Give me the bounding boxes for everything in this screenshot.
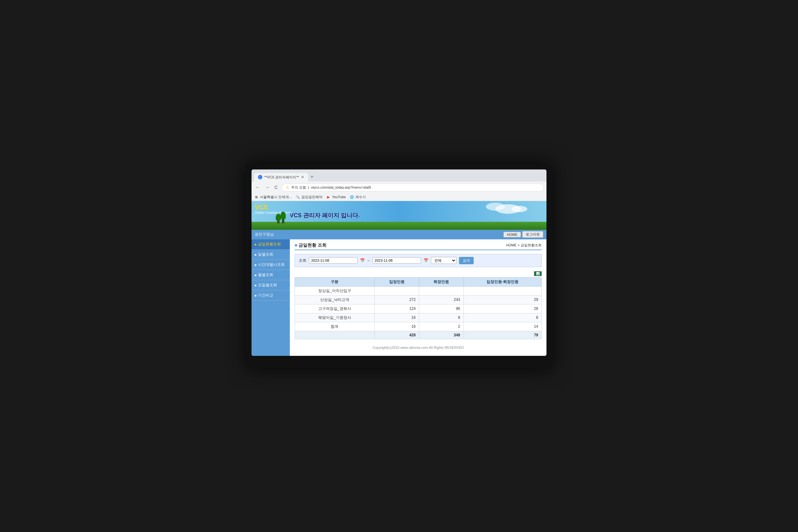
- breadcrumb: HOME > 금일현황조회: [506, 243, 542, 248]
- url-text: utyco.com/stat_today.asp?menu=stat9: [311, 185, 371, 189]
- browser-window: **VCS 관리자페이지** ✕ + ← → C ⚠ 주의 요함 | utyco…: [251, 169, 547, 356]
- exit-count: 243: [419, 295, 463, 304]
- main-content-area: 금일현황 조회 HOME > 금일현황조회 조회 📅 ~ 📅 전체: [290, 239, 547, 356]
- entry-count: [375, 286, 419, 295]
- table-row: 해맞이길_기원정사 16 8 8: [295, 313, 542, 322]
- diff-count: 14: [463, 322, 542, 331]
- bookmark-counter[interactable]: 🌐 계수기: [349, 195, 366, 200]
- cloud-decoration: [511, 206, 527, 212]
- excel-export-button[interactable]: 📊: [534, 271, 542, 276]
- site-content: VCS (Visitor Counting System) VCS 관리자 페이…: [251, 201, 547, 356]
- sidebar-item-daily[interactable]: 일별조회: [251, 250, 290, 260]
- total-label: [295, 331, 375, 339]
- bookmark-youtube[interactable]: ▶ YouTube: [326, 195, 346, 199]
- entry-count: 16: [375, 322, 419, 331]
- bookmark-label: 계수기: [355, 195, 366, 200]
- total-diff: 79: [463, 331, 542, 339]
- sidebar-item-today[interactable]: 금일현황조회: [251, 239, 290, 250]
- browser-chrome: **VCS 관리자페이지** ✕ +: [251, 169, 547, 182]
- bookmark-label: 검강검진예약: [301, 195, 322, 200]
- search-area: 조회 📅 ~ 📅 전체 검색: [294, 254, 542, 267]
- forward-button[interactable]: →: [264, 184, 271, 191]
- page-title-bar: 금일현황 조회 HOME > 금일현황조회: [294, 243, 542, 250]
- exit-count: 96: [419, 304, 463, 313]
- date-separator: ~: [367, 258, 370, 263]
- home-nav-button[interactable]: HOME: [504, 232, 521, 238]
- col-exit-header: 퇴장인원: [419, 277, 463, 286]
- date-to-input[interactable]: [373, 257, 421, 264]
- exit-count: [419, 286, 463, 295]
- address-bar-row: ← → C ⚠ 주의 요함 | utyco.com/stat_today.asp…: [251, 182, 547, 193]
- bookmark-label: 서울특별시 인재개...: [260, 195, 292, 200]
- col-name-header: 구분: [295, 277, 375, 286]
- exit-count: 2: [419, 322, 463, 331]
- location-name: 고구려정길_영화사: [295, 304, 375, 313]
- reload-button[interactable]: C: [273, 184, 279, 191]
- sidebar-item-hourly[interactable]: 시간대별시조회: [251, 260, 290, 270]
- excel-icon-symbol: 📊: [536, 272, 540, 276]
- diff-count: [463, 286, 542, 295]
- table-row: 합계 16 2 14: [295, 322, 542, 331]
- location-name: 합계: [295, 322, 375, 331]
- bookmark-health[interactable]: 🔍 검강검진예약: [296, 195, 322, 200]
- sidebar-item-label: 일별조회: [258, 252, 273, 256]
- page-title: 금일현황 조회: [294, 243, 326, 248]
- warning-text: 주의 요함: [291, 185, 306, 190]
- logout-button[interactable]: 로그아웃: [522, 231, 543, 238]
- tree-top-decoration: [281, 212, 286, 218]
- total-entry: 428: [375, 331, 419, 339]
- col-diff-header: 입장인원-퇴장인원: [463, 277, 542, 286]
- sidebar-item-monthly[interactable]: 월별조회: [251, 270, 290, 280]
- sidebar: 금일현황조회 일별조회 시간대별시조회 월별조회 요일별조회: [251, 239, 290, 356]
- cloud-decoration: [486, 203, 505, 211]
- entry-count: 16: [375, 313, 419, 322]
- tab-close-button[interactable]: ✕: [301, 175, 304, 179]
- address-bar[interactable]: ⚠ 주의 요함 | utyco.com/stat_today.asp?menu=…: [282, 184, 544, 191]
- diff-count: 29: [463, 295, 542, 304]
- bookmark-seoul[interactable]: 🖥 서울특별시 인재개...: [254, 195, 292, 200]
- vcs-banner-text: VCS 관리자 페이지 입니다.: [290, 212, 360, 219]
- entry-count: 272: [375, 295, 419, 304]
- new-tab-button[interactable]: +: [308, 172, 316, 182]
- category-select[interactable]: 전체: [431, 257, 456, 264]
- sidebar-item-period[interactable]: 기간비교: [251, 290, 290, 301]
- sidebar-item-label: 월별조회: [258, 272, 273, 277]
- sidebar-item-label: 시간대별시조회: [258, 262, 285, 267]
- table-row: 정상길_아차산입구: [295, 286, 542, 295]
- total-exit: 349: [419, 331, 463, 339]
- sidebar-item-weekday[interactable]: 요일별조회: [251, 280, 290, 290]
- sidebar-item-label: 요일별조회: [258, 283, 277, 287]
- total-row: 428 349 79: [295, 331, 542, 339]
- date-from-input[interactable]: [309, 257, 358, 264]
- col-entry-header: 입장인원: [375, 277, 419, 286]
- calendar-to-icon[interactable]: 📅: [423, 258, 429, 263]
- active-tab[interactable]: **VCS 관리자페이지** ✕: [254, 173, 308, 182]
- calendar-from-icon[interactable]: 📅: [360, 258, 365, 263]
- bookmark-label: YouTube: [332, 195, 346, 199]
- entry-count: 124: [375, 304, 419, 313]
- bookmarks-bar: 🖥 서울특별시 인재개... 🔍 검강검진예약 ▶ YouTube 🌐 계수기: [251, 193, 547, 201]
- sidebar-item-label: 금일현황조회: [258, 242, 281, 246]
- exit-count: 8: [419, 313, 463, 322]
- tab-title: **VCS 관리자페이지**: [264, 175, 299, 180]
- location-name: 산성길_낙타고개: [295, 295, 375, 304]
- search-label: 조회: [299, 258, 306, 263]
- location-name: 해맞이길_기원정사: [295, 313, 375, 322]
- warning-icon: ⚠: [286, 185, 289, 190]
- separator: |: [308, 185, 309, 189]
- table-header-row: 구분 입장인원 퇴장인원 입장인원-퇴장인원: [295, 277, 542, 286]
- back-button[interactable]: ←: [254, 184, 261, 191]
- data-table: 구분 입장인원 퇴장인원 입장인원-퇴장인원 정상길_아차산입구: [294, 277, 542, 339]
- tab-favicon: [258, 175, 262, 179]
- counter-icon: 🌐: [349, 195, 354, 199]
- diff-count: 8: [463, 313, 542, 322]
- copyright-text: Copyright(c)2010 www.utkorea.com All Rig…: [294, 339, 542, 353]
- table-row: 고구려정길_영화사 124 96 28: [295, 304, 542, 313]
- table-row: 산성길_낙타고개 272 243 29: [295, 295, 542, 304]
- vcs-logo: VCS: [255, 204, 291, 211]
- vcs-header-banner: VCS (Visitor Counting System) VCS 관리자 페이…: [251, 201, 547, 230]
- bookmark-icon: 🖥: [254, 195, 259, 199]
- nav-greeting: 광진구청님: [255, 232, 274, 237]
- search-button[interactable]: 검색: [459, 257, 474, 264]
- diff-count: 28: [463, 304, 542, 313]
